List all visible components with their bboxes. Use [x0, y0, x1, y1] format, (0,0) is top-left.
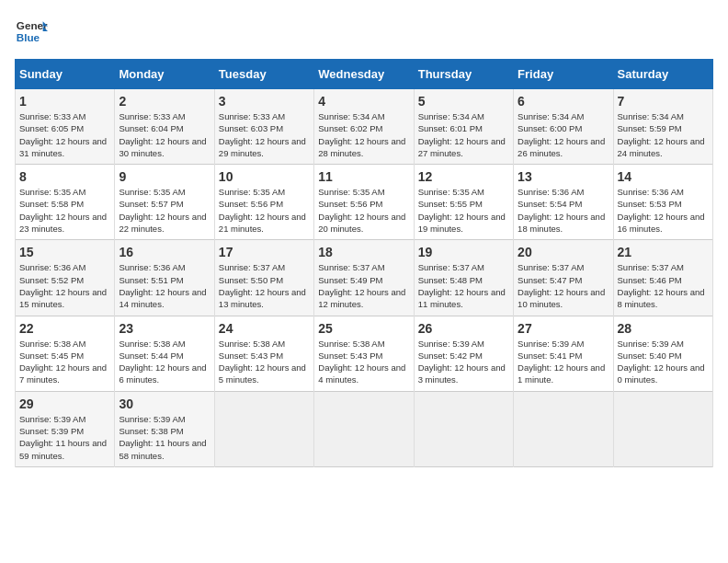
- header-tuesday: Tuesday: [214, 60, 313, 89]
- day-info: Sunrise: 5:33 AM Sunset: 6:03 PM Dayligh…: [219, 110, 310, 159]
- day-info: Sunrise: 5:35 AM Sunset: 5:57 PM Dayligh…: [119, 186, 210, 235]
- calendar-cell: 25 Sunrise: 5:38 AM Sunset: 5:43 PM Dayl…: [314, 316, 414, 391]
- calendar-header-row: SundayMondayTuesdayWednesdayThursdayFrid…: [16, 60, 713, 89]
- day-info: Sunrise: 5:38 AM Sunset: 5:44 PM Dayligh…: [119, 338, 210, 386]
- day-info: Sunrise: 5:36 AM Sunset: 5:53 PM Dayligh…: [618, 186, 709, 235]
- day-number: 24: [219, 321, 310, 336]
- day-info: Sunrise: 5:36 AM Sunset: 5:52 PM Dayligh…: [19, 261, 110, 310]
- calendar-cell: 10 Sunrise: 5:35 AM Sunset: 5:56 PM Dayl…: [214, 165, 313, 240]
- calendar-cell: 6 Sunrise: 5:34 AM Sunset: 6:00 PM Dayli…: [514, 89, 613, 165]
- day-number: 7: [618, 94, 709, 109]
- logo-icon: General Blue: [15, 15, 48, 48]
- day-info: Sunrise: 5:33 AM Sunset: 6:04 PM Dayligh…: [119, 110, 210, 159]
- header-sunday: Sunday: [16, 60, 115, 89]
- calendar-cell: 17 Sunrise: 5:37 AM Sunset: 5:50 PM Dayl…: [214, 240, 313, 316]
- day-number: 30: [119, 396, 210, 411]
- logo: General Blue: [15, 15, 51, 48]
- day-info: Sunrise: 5:37 AM Sunset: 5:47 PM Dayligh…: [518, 261, 609, 310]
- calendar-cell: 9 Sunrise: 5:35 AM Sunset: 5:57 PM Dayli…: [115, 165, 214, 240]
- day-info: Sunrise: 5:34 AM Sunset: 6:02 PM Dayligh…: [318, 110, 409, 159]
- calendar-cell: 11 Sunrise: 5:35 AM Sunset: 5:56 PM Dayl…: [314, 165, 414, 240]
- calendar-cell: 1 Sunrise: 5:33 AM Sunset: 6:05 PM Dayli…: [16, 89, 115, 165]
- calendar-cell: [613, 391, 712, 466]
- day-number: 21: [618, 245, 709, 259]
- day-number: 18: [318, 245, 409, 259]
- day-info: Sunrise: 5:39 AM Sunset: 5:41 PM Dayligh…: [518, 338, 609, 386]
- header-wednesday: Wednesday: [314, 60, 414, 89]
- day-number: 16: [119, 245, 210, 259]
- day-number: 10: [219, 169, 310, 184]
- day-number: 8: [19, 169, 110, 184]
- day-info: Sunrise: 5:34 AM Sunset: 6:01 PM Dayligh…: [418, 110, 509, 159]
- calendar-cell: 27 Sunrise: 5:39 AM Sunset: 5:41 PM Dayl…: [514, 316, 613, 391]
- day-number: 22: [19, 321, 110, 336]
- day-info: Sunrise: 5:39 AM Sunset: 5:38 PM Dayligh…: [119, 413, 210, 462]
- day-info: Sunrise: 5:39 AM Sunset: 5:42 PM Dayligh…: [418, 338, 509, 386]
- day-info: Sunrise: 5:37 AM Sunset: 5:49 PM Dayligh…: [318, 261, 409, 310]
- day-info: Sunrise: 5:36 AM Sunset: 5:54 PM Dayligh…: [518, 186, 609, 235]
- week-row-5: 29 Sunrise: 5:39 AM Sunset: 5:39 PM Dayl…: [16, 391, 713, 466]
- day-number: 12: [418, 169, 509, 184]
- day-number: 3: [219, 94, 310, 109]
- calendar-cell: 13 Sunrise: 5:36 AM Sunset: 5:54 PM Dayl…: [514, 165, 613, 240]
- week-row-4: 22 Sunrise: 5:38 AM Sunset: 5:45 PM Dayl…: [16, 316, 713, 391]
- calendar-cell: 19 Sunrise: 5:37 AM Sunset: 5:48 PM Dayl…: [414, 240, 513, 316]
- day-info: Sunrise: 5:35 AM Sunset: 5:56 PM Dayligh…: [219, 186, 310, 235]
- day-number: 4: [318, 94, 409, 109]
- calendar-cell: 23 Sunrise: 5:38 AM Sunset: 5:44 PM Dayl…: [115, 316, 214, 391]
- day-number: 9: [119, 169, 210, 184]
- day-info: Sunrise: 5:35 AM Sunset: 5:58 PM Dayligh…: [19, 186, 110, 235]
- calendar-cell: 22 Sunrise: 5:38 AM Sunset: 5:45 PM Dayl…: [16, 316, 115, 391]
- calendar-cell: 18 Sunrise: 5:37 AM Sunset: 5:49 PM Dayl…: [314, 240, 414, 316]
- day-number: 1: [19, 94, 110, 109]
- page-header: General Blue: [15, 15, 713, 48]
- day-number: 20: [518, 245, 609, 259]
- day-info: Sunrise: 5:37 AM Sunset: 5:48 PM Dayligh…: [418, 261, 509, 310]
- calendar-cell: 14 Sunrise: 5:36 AM Sunset: 5:53 PM Dayl…: [613, 165, 712, 240]
- header-monday: Monday: [115, 60, 214, 89]
- day-number: 11: [318, 169, 409, 184]
- calendar-cell: 15 Sunrise: 5:36 AM Sunset: 5:52 PM Dayl…: [16, 240, 115, 316]
- calendar-cell: [514, 391, 613, 466]
- calendar-cell: 2 Sunrise: 5:33 AM Sunset: 6:04 PM Dayli…: [115, 89, 214, 165]
- calendar-cell: 7 Sunrise: 5:34 AM Sunset: 5:59 PM Dayli…: [613, 89, 712, 165]
- day-number: 15: [19, 245, 110, 259]
- day-number: 23: [119, 321, 210, 336]
- day-number: 6: [518, 94, 609, 109]
- week-row-1: 1 Sunrise: 5:33 AM Sunset: 6:05 PM Dayli…: [16, 89, 713, 165]
- calendar-cell: [414, 391, 513, 466]
- calendar-cell: 5 Sunrise: 5:34 AM Sunset: 6:01 PM Dayli…: [414, 89, 513, 165]
- day-number: 19: [418, 245, 509, 259]
- calendar-cell: 30 Sunrise: 5:39 AM Sunset: 5:38 PM Dayl…: [115, 391, 214, 466]
- calendar-cell: 3 Sunrise: 5:33 AM Sunset: 6:03 PM Dayli…: [214, 89, 313, 165]
- day-info: Sunrise: 5:36 AM Sunset: 5:51 PM Dayligh…: [119, 261, 210, 310]
- day-info: Sunrise: 5:34 AM Sunset: 6:00 PM Dayligh…: [518, 110, 609, 159]
- calendar-cell: 28 Sunrise: 5:39 AM Sunset: 5:40 PM Dayl…: [613, 316, 712, 391]
- calendar-cell: [314, 391, 414, 466]
- day-info: Sunrise: 5:38 AM Sunset: 5:43 PM Dayligh…: [219, 338, 310, 386]
- calendar-cell: 12 Sunrise: 5:35 AM Sunset: 5:55 PM Dayl…: [414, 165, 513, 240]
- week-row-3: 15 Sunrise: 5:36 AM Sunset: 5:52 PM Dayl…: [16, 240, 713, 316]
- day-info: Sunrise: 5:37 AM Sunset: 5:50 PM Dayligh…: [219, 261, 310, 310]
- day-number: 13: [518, 169, 609, 184]
- calendar-cell: 24 Sunrise: 5:38 AM Sunset: 5:43 PM Dayl…: [214, 316, 313, 391]
- calendar-cell: 29 Sunrise: 5:39 AM Sunset: 5:39 PM Dayl…: [16, 391, 115, 466]
- svg-text:Blue: Blue: [17, 31, 40, 43]
- day-info: Sunrise: 5:39 AM Sunset: 5:40 PM Dayligh…: [618, 338, 709, 386]
- day-info: Sunrise: 5:35 AM Sunset: 5:56 PM Dayligh…: [318, 186, 409, 235]
- day-number: 14: [618, 169, 709, 184]
- day-number: 5: [418, 94, 509, 109]
- day-info: Sunrise: 5:39 AM Sunset: 5:39 PM Dayligh…: [19, 413, 110, 462]
- calendar-cell: 26 Sunrise: 5:39 AM Sunset: 5:42 PM Dayl…: [414, 316, 513, 391]
- day-number: 2: [119, 94, 210, 109]
- calendar-cell: [214, 391, 313, 466]
- day-number: 25: [318, 321, 409, 336]
- day-info: Sunrise: 5:38 AM Sunset: 5:45 PM Dayligh…: [19, 338, 110, 386]
- day-info: Sunrise: 5:34 AM Sunset: 5:59 PM Dayligh…: [618, 110, 709, 159]
- day-number: 29: [19, 396, 110, 411]
- day-info: Sunrise: 5:38 AM Sunset: 5:43 PM Dayligh…: [318, 338, 409, 386]
- day-info: Sunrise: 5:35 AM Sunset: 5:55 PM Dayligh…: [418, 186, 509, 235]
- calendar-cell: 20 Sunrise: 5:37 AM Sunset: 5:47 PM Dayl…: [514, 240, 613, 316]
- calendar-cell: 8 Sunrise: 5:35 AM Sunset: 5:58 PM Dayli…: [16, 165, 115, 240]
- header-friday: Friday: [514, 60, 613, 89]
